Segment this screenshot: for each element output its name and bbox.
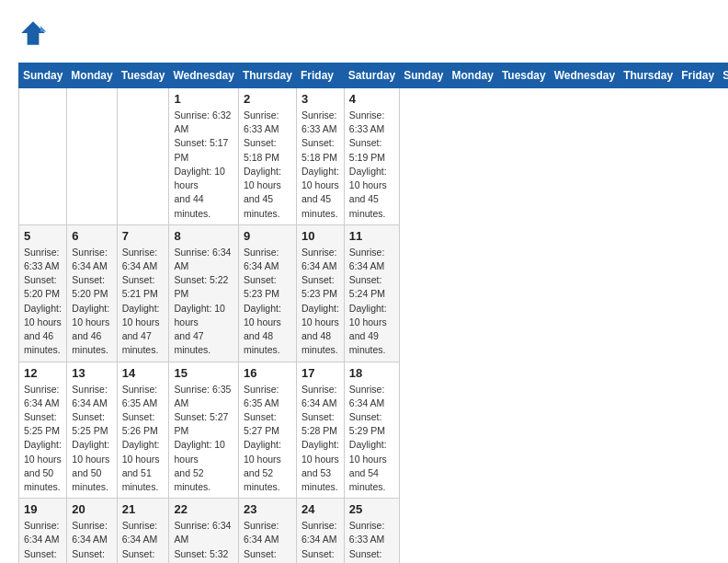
day-number: 7 [122,229,165,243]
calendar-day-cell: 24Sunrise: 6:34 AM Sunset: 5:33 PM Dayli… [296,499,344,563]
calendar-day-cell: 10Sunrise: 6:34 AM Sunset: 5:23 PM Dayli… [296,224,344,362]
day-of-week-header: Tuesday [497,63,550,88]
day-number: 14 [122,366,165,380]
day-of-week-header: Wednesday [169,63,238,88]
day-of-week-header: Saturday [344,63,399,88]
day-number: 23 [244,502,291,516]
calendar-day-cell: 11Sunrise: 6:34 AM Sunset: 5:24 PM Dayli… [344,224,399,362]
calendar-day-cell: 25Sunrise: 6:33 AM Sunset: 5:34 PM Dayli… [344,499,399,563]
day-number: 11 [349,229,394,243]
day-info: Sunrise: 6:33 AM Sunset: 5:18 PM Dayligh… [301,109,339,221]
day-number: 4 [349,92,394,106]
calendar-week-row: 1Sunrise: 6:32 AM Sunset: 5:17 PM Daylig… [19,88,729,225]
day-info: Sunrise: 6:33 AM Sunset: 5:18 PM Dayligh… [244,109,291,221]
day-number: 13 [72,366,111,380]
day-info: Sunrise: 6:34 AM Sunset: 5:24 PM Dayligh… [349,246,394,358]
day-info: Sunrise: 6:35 AM Sunset: 5:26 PM Dayligh… [122,383,165,495]
logo [18,18,51,48]
calendar-day-cell: 6Sunrise: 6:34 AM Sunset: 5:20 PM Daylig… [67,224,117,362]
day-of-week-header: Saturday [719,63,728,88]
calendar-day-cell: 14Sunrise: 6:35 AM Sunset: 5:26 PM Dayli… [117,362,169,499]
day-info: Sunrise: 6:34 AM Sunset: 5:21 PM Dayligh… [122,246,165,358]
day-number: 15 [174,366,233,380]
calendar-day-cell: 23Sunrise: 6:34 AM Sunset: 5:32 PM Dayli… [238,499,296,563]
calendar-day-cell: 9Sunrise: 6:34 AM Sunset: 5:23 PM Daylig… [238,224,296,362]
calendar-week-row: 19Sunrise: 6:34 AM Sunset: 5:30 PM Dayli… [19,499,729,563]
day-number: 10 [301,229,339,243]
day-info: Sunrise: 6:35 AM Sunset: 5:27 PM Dayligh… [244,383,291,495]
logo-icon [18,18,48,48]
calendar-day-cell [19,88,67,225]
day-info: Sunrise: 6:34 AM Sunset: 5:20 PM Dayligh… [72,246,111,358]
calendar-day-cell [117,88,169,225]
day-number: 18 [349,366,394,380]
day-number: 12 [24,366,62,380]
day-number: 6 [72,229,111,243]
day-info: Sunrise: 6:34 AM Sunset: 5:32 PM Dayligh… [174,519,233,563]
day-number: 3 [301,92,339,106]
day-info: Sunrise: 6:34 AM Sunset: 5:30 PM Dayligh… [72,519,111,563]
calendar-day-cell: 8Sunrise: 6:34 AM Sunset: 5:22 PM Daylig… [169,224,238,362]
day-info: Sunrise: 6:33 AM Sunset: 5:20 PM Dayligh… [24,246,62,358]
calendar-day-cell: 12Sunrise: 6:34 AM Sunset: 5:25 PM Dayli… [19,362,67,499]
day-number: 2 [244,92,291,106]
svg-marker-0 [21,21,45,45]
day-of-week-header: Thursday [238,63,296,88]
day-info: Sunrise: 6:34 AM Sunset: 5:23 PM Dayligh… [244,246,291,358]
day-info: Sunrise: 6:34 AM Sunset: 5:33 PM Dayligh… [301,519,339,563]
day-of-week-header: Sunday [400,63,448,88]
day-info: Sunrise: 6:34 AM Sunset: 5:28 PM Dayligh… [301,383,339,495]
calendar-day-cell: 17Sunrise: 6:34 AM Sunset: 5:28 PM Dayli… [296,362,344,499]
day-info: Sunrise: 6:34 AM Sunset: 5:31 PM Dayligh… [122,519,165,563]
calendar-day-cell: 18Sunrise: 6:34 AM Sunset: 5:29 PM Dayli… [344,362,399,499]
day-info: Sunrise: 6:34 AM Sunset: 5:23 PM Dayligh… [301,246,339,358]
calendar-day-cell: 3Sunrise: 6:33 AM Sunset: 5:18 PM Daylig… [296,88,344,225]
day-number: 21 [122,502,165,516]
day-of-week-header: Friday [296,63,344,88]
day-info: Sunrise: 6:34 AM Sunset: 5:25 PM Dayligh… [72,383,111,495]
day-number: 9 [244,229,291,243]
calendar-day-cell: 4Sunrise: 6:33 AM Sunset: 5:19 PM Daylig… [344,88,399,225]
day-of-week-header: Sunday [19,63,67,88]
page-header [18,18,710,48]
calendar-week-row: 12Sunrise: 6:34 AM Sunset: 5:25 PM Dayli… [19,362,729,499]
day-number: 5 [24,229,62,243]
day-of-week-header: Monday [448,63,497,88]
day-info: Sunrise: 6:34 AM Sunset: 5:32 PM Dayligh… [244,519,291,563]
day-number: 16 [244,366,291,380]
calendar-header-row: SundayMondayTuesdayWednesdayThursdayFrid… [19,63,729,88]
day-number: 25 [349,502,394,516]
day-of-week-header: Tuesday [117,63,169,88]
day-info: Sunrise: 6:32 AM Sunset: 5:17 PM Dayligh… [174,109,233,221]
calendar-day-cell: 21Sunrise: 6:34 AM Sunset: 5:31 PM Dayli… [117,499,169,563]
calendar-day-cell [67,88,117,225]
calendar-day-cell: 2Sunrise: 6:33 AM Sunset: 5:18 PM Daylig… [238,88,296,225]
calendar-day-cell: 13Sunrise: 6:34 AM Sunset: 5:25 PM Dayli… [67,362,117,499]
calendar-week-row: 5Sunrise: 6:33 AM Sunset: 5:20 PM Daylig… [19,224,729,362]
day-of-week-header: Wednesday [550,63,619,88]
day-number: 8 [174,229,233,243]
day-info: Sunrise: 6:35 AM Sunset: 5:27 PM Dayligh… [174,383,233,495]
day-number: 1 [174,92,233,106]
day-info: Sunrise: 6:34 AM Sunset: 5:25 PM Dayligh… [24,383,62,495]
day-number: 24 [301,502,339,516]
day-of-week-header: Monday [67,63,117,88]
calendar-day-cell: 15Sunrise: 6:35 AM Sunset: 5:27 PM Dayli… [169,362,238,499]
calendar-day-cell: 7Sunrise: 6:34 AM Sunset: 5:21 PM Daylig… [117,224,169,362]
day-number: 22 [174,502,233,516]
calendar-day-cell: 16Sunrise: 6:35 AM Sunset: 5:27 PM Dayli… [238,362,296,499]
day-info: Sunrise: 6:34 AM Sunset: 5:22 PM Dayligh… [174,246,233,358]
calendar-day-cell: 19Sunrise: 6:34 AM Sunset: 5:30 PM Dayli… [19,499,67,563]
calendar-day-cell: 20Sunrise: 6:34 AM Sunset: 5:30 PM Dayli… [67,499,117,563]
calendar-day-cell: 5Sunrise: 6:33 AM Sunset: 5:20 PM Daylig… [19,224,67,362]
calendar-day-cell: 22Sunrise: 6:34 AM Sunset: 5:32 PM Dayli… [169,499,238,563]
day-number: 19 [24,502,62,516]
day-number: 20 [72,502,111,516]
day-of-week-header: Friday [677,63,719,88]
calendar-day-cell: 1Sunrise: 6:32 AM Sunset: 5:17 PM Daylig… [169,88,238,225]
day-info: Sunrise: 6:33 AM Sunset: 5:19 PM Dayligh… [349,109,394,221]
day-of-week-header: Thursday [620,63,677,88]
day-number: 17 [301,366,339,380]
day-info: Sunrise: 6:34 AM Sunset: 5:29 PM Dayligh… [349,383,394,495]
calendar-table: SundayMondayTuesdayWednesdayThursdayFrid… [18,63,728,563]
